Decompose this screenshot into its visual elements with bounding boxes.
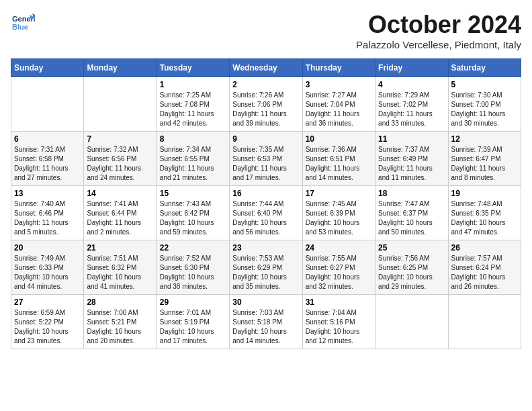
- day-number: 8: [160, 134, 226, 144]
- calendar-cell: 9Sunrise: 7:35 AMSunset: 6:53 PMDaylight…: [230, 132, 302, 186]
- day-number: 3: [306, 80, 372, 89]
- day-number: 11: [378, 134, 445, 144]
- day-info: Sunrise: 7:40 AMSunset: 6:46 PMDaylight:…: [14, 199, 81, 237]
- calendar-cell: [11, 77, 84, 132]
- day-number: 2: [232, 80, 299, 89]
- calendar-cell: 27Sunrise: 6:59 AMSunset: 5:22 PMDayligh…: [11, 295, 84, 349]
- day-info: Sunrise: 7:43 AMSunset: 6:42 PMDaylight:…: [160, 199, 226, 237]
- day-info: Sunrise: 7:55 AMSunset: 6:27 PMDaylight:…: [306, 254, 372, 291]
- day-number: 15: [160, 189, 226, 198]
- day-number: 25: [378, 243, 445, 253]
- day-info: Sunrise: 7:00 AMSunset: 5:21 PMDaylight:…: [87, 308, 153, 346]
- calendar-table: SundayMondayTuesdayWednesdayThursdayFrid…: [11, 58, 521, 349]
- calendar-cell: 18Sunrise: 7:47 AMSunset: 6:37 PMDayligh…: [375, 186, 448, 240]
- day-number: 28: [87, 298, 153, 307]
- day-info: Sunrise: 7:48 AMSunset: 6:35 PMDaylight:…: [451, 199, 518, 237]
- location: Palazzolo Vercellese, Piedmont, Italy: [356, 39, 521, 50]
- day-info: Sunrise: 7:29 AMSunset: 7:02 PMDaylight:…: [378, 91, 445, 128]
- calendar-cell: 5Sunrise: 7:30 AMSunset: 7:00 PMDaylight…: [448, 77, 521, 132]
- calendar-cell: 24Sunrise: 7:55 AMSunset: 6:27 PMDayligh…: [302, 240, 375, 295]
- weekday-header-monday: Monday: [84, 59, 157, 77]
- day-info: Sunrise: 7:49 AMSunset: 6:33 PMDaylight:…: [14, 254, 81, 291]
- day-info: Sunrise: 7:27 AMSunset: 7:04 PMDaylight:…: [306, 91, 372, 128]
- calendar-cell: 13Sunrise: 7:40 AMSunset: 6:46 PMDayligh…: [11, 186, 84, 240]
- day-info: Sunrise: 7:41 AMSunset: 6:44 PMDaylight:…: [87, 199, 153, 237]
- day-info: Sunrise: 7:56 AMSunset: 6:25 PMDaylight:…: [378, 254, 445, 291]
- logo-icon: General Blue: [11, 11, 35, 38]
- day-info: Sunrise: 7:35 AMSunset: 6:53 PMDaylight:…: [232, 145, 299, 183]
- day-info: Sunrise: 7:26 AMSunset: 7:06 PMDaylight:…: [232, 91, 299, 128]
- day-info: Sunrise: 7:44 AMSunset: 6:40 PMDaylight:…: [232, 199, 299, 237]
- day-info: Sunrise: 7:03 AMSunset: 5:18 PMDaylight:…: [232, 308, 299, 346]
- day-info: Sunrise: 7:39 AMSunset: 6:47 PMDaylight:…: [451, 145, 518, 183]
- day-number: 18: [378, 189, 445, 198]
- day-number: 27: [14, 298, 81, 307]
- calendar-cell: 26Sunrise: 7:57 AMSunset: 6:24 PMDayligh…: [448, 240, 521, 295]
- day-number: 14: [87, 189, 153, 198]
- day-number: 19: [451, 189, 518, 198]
- calendar-cell: 23Sunrise: 7:53 AMSunset: 6:29 PMDayligh…: [230, 240, 302, 295]
- day-info: Sunrise: 7:32 AMSunset: 6:56 PMDaylight:…: [87, 145, 153, 183]
- calendar-cell: [375, 295, 448, 349]
- calendar-cell: 22Sunrise: 7:52 AMSunset: 6:30 PMDayligh…: [157, 240, 229, 295]
- day-info: Sunrise: 7:01 AMSunset: 5:19 PMDaylight:…: [160, 308, 226, 346]
- calendar-cell: 19Sunrise: 7:48 AMSunset: 6:35 PMDayligh…: [448, 186, 521, 240]
- day-info: Sunrise: 6:59 AMSunset: 5:22 PMDaylight:…: [14, 308, 81, 346]
- calendar-cell: 12Sunrise: 7:39 AMSunset: 6:47 PMDayligh…: [448, 132, 521, 186]
- calendar-cell: 30Sunrise: 7:03 AMSunset: 5:18 PMDayligh…: [230, 295, 302, 349]
- calendar-cell: 31Sunrise: 7:04 AMSunset: 5:16 PMDayligh…: [302, 295, 375, 349]
- calendar-cell: 8Sunrise: 7:34 AMSunset: 6:55 PMDaylight…: [157, 132, 229, 186]
- calendar-header: SundayMondayTuesdayWednesdayThursdayFrid…: [11, 59, 521, 77]
- calendar-cell: 4Sunrise: 7:29 AMSunset: 7:02 PMDaylight…: [375, 77, 448, 132]
- day-number: 20: [14, 243, 81, 253]
- day-number: 30: [232, 298, 299, 307]
- day-number: 17: [306, 189, 372, 198]
- day-number: 22: [160, 243, 226, 253]
- calendar-cell: [84, 77, 157, 132]
- month-title: October 2024: [356, 11, 521, 39]
- day-info: Sunrise: 7:57 AMSunset: 6:24 PMDaylight:…: [451, 254, 518, 291]
- day-info: Sunrise: 7:45 AMSunset: 6:39 PMDaylight:…: [306, 199, 372, 237]
- day-info: Sunrise: 7:53 AMSunset: 6:29 PMDaylight:…: [232, 254, 299, 291]
- day-number: 9: [232, 134, 299, 144]
- calendar-cell: 29Sunrise: 7:01 AMSunset: 5:19 PMDayligh…: [157, 295, 229, 349]
- weekday-header-wednesday: Wednesday: [230, 59, 302, 77]
- day-number: 21: [87, 243, 153, 253]
- day-info: Sunrise: 7:34 AMSunset: 6:55 PMDaylight:…: [160, 145, 226, 183]
- weekday-header-sunday: Sunday: [11, 59, 84, 77]
- day-number: 4: [378, 80, 445, 89]
- day-number: 7: [87, 134, 153, 144]
- day-number: 16: [232, 189, 299, 198]
- weekday-header-friday: Friday: [375, 59, 448, 77]
- calendar-cell: 15Sunrise: 7:43 AMSunset: 6:42 PMDayligh…: [157, 186, 229, 240]
- calendar-cell: 7Sunrise: 7:32 AMSunset: 6:56 PMDaylight…: [84, 132, 157, 186]
- day-number: 26: [451, 243, 518, 253]
- calendar-cell: 1Sunrise: 7:25 AMSunset: 7:08 PMDaylight…: [157, 77, 229, 132]
- day-number: 23: [232, 243, 299, 253]
- svg-text:Blue: Blue: [12, 23, 28, 31]
- calendar-cell: 3Sunrise: 7:27 AMSunset: 7:04 PMDaylight…: [302, 77, 375, 132]
- calendar-cell: 17Sunrise: 7:45 AMSunset: 6:39 PMDayligh…: [302, 186, 375, 240]
- day-info: Sunrise: 7:37 AMSunset: 6:49 PMDaylight:…: [378, 145, 445, 183]
- calendar-cell: 2Sunrise: 7:26 AMSunset: 7:06 PMDaylight…: [230, 77, 302, 132]
- calendar-cell: 25Sunrise: 7:56 AMSunset: 6:25 PMDayligh…: [375, 240, 448, 295]
- day-number: 5: [451, 80, 518, 89]
- day-number: 12: [451, 134, 518, 144]
- day-info: Sunrise: 7:52 AMSunset: 6:30 PMDaylight:…: [160, 254, 226, 291]
- day-number: 31: [306, 298, 372, 307]
- weekday-header-thursday: Thursday: [302, 59, 375, 77]
- calendar-cell: 20Sunrise: 7:49 AMSunset: 6:33 PMDayligh…: [11, 240, 84, 295]
- day-info: Sunrise: 7:31 AMSunset: 6:58 PMDaylight:…: [14, 145, 81, 183]
- calendar-cell: 21Sunrise: 7:51 AMSunset: 6:32 PMDayligh…: [84, 240, 157, 295]
- day-number: 13: [14, 189, 81, 198]
- day-number: 10: [306, 134, 372, 144]
- calendar-cell: 28Sunrise: 7:00 AMSunset: 5:21 PMDayligh…: [84, 295, 157, 349]
- day-info: Sunrise: 7:04 AMSunset: 5:16 PMDaylight:…: [306, 308, 372, 346]
- calendar-cell: 14Sunrise: 7:41 AMSunset: 6:44 PMDayligh…: [84, 186, 157, 240]
- calendar-cell: [448, 295, 521, 349]
- day-number: 1: [160, 80, 226, 89]
- day-info: Sunrise: 7:36 AMSunset: 6:51 PMDaylight:…: [306, 145, 372, 183]
- day-info: Sunrise: 7:51 AMSunset: 6:32 PMDaylight:…: [87, 254, 153, 291]
- calendar-cell: 11Sunrise: 7:37 AMSunset: 6:49 PMDayligh…: [375, 132, 448, 186]
- day-info: Sunrise: 7:47 AMSunset: 6:37 PMDaylight:…: [378, 199, 445, 237]
